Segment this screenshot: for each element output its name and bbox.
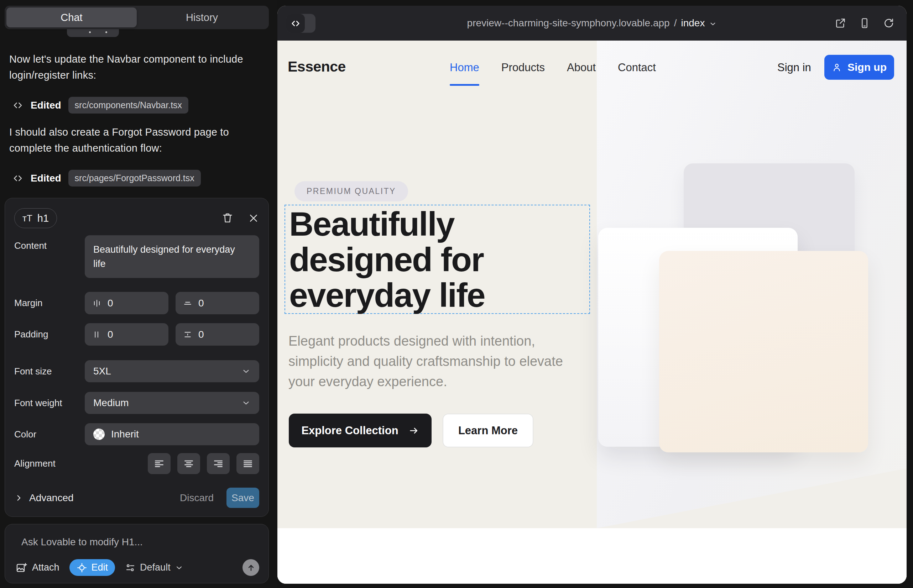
tab-chat[interactable]: Chat (6, 8, 137, 27)
learn-more-button[interactable]: Learn More (443, 414, 533, 447)
alignment-label: Alignment (14, 458, 85, 469)
align-justify-button[interactable] (236, 453, 259, 474)
site-preview: Essence Home Products About Contact Sign… (277, 40, 907, 584)
margin-label: Margin (14, 297, 85, 309)
chevron-down-icon (709, 20, 717, 28)
margin-horizontal-icon (92, 298, 102, 308)
font-weight-label: Font weight (14, 397, 85, 409)
chevron-down-icon (241, 367, 251, 376)
chat-messages: Now let's update the Navbar component to… (9, 51, 259, 197)
file-chip[interactable]: src/pages/ForgotPassword.tsx (68, 170, 201, 186)
lovable-sidebar: Chat History Now let's update the Navbar… (0, 0, 277, 588)
element-editor-panel: тT h1 Content Beautifully designed for e… (5, 198, 269, 517)
element-tag: h1 (37, 213, 49, 224)
align-left-button[interactable] (148, 453, 170, 474)
advanced-toggle[interactable]: Advanced (14, 492, 74, 504)
refresh-button[interactable] (883, 18, 895, 29)
edit-mode-button[interactable]: Edit (70, 559, 115, 576)
padding-label: Padding (14, 329, 85, 340)
chevron-down-icon (241, 398, 251, 407)
color-select[interactable]: Inherit (85, 423, 259, 445)
content-label: Content (14, 240, 85, 251)
arrow-up-icon (246, 563, 256, 572)
prompt-box: Ask Lovable to modify H1... Attach Edit … (5, 524, 269, 583)
user-icon (832, 62, 842, 72)
model-selector[interactable]: Default (125, 562, 183, 573)
padding-vertical-icon (183, 330, 193, 339)
margin-x-input[interactable]: 0 (85, 292, 168, 314)
font-size-label: Font size (14, 366, 85, 377)
send-button[interactable] (243, 559, 259, 576)
sliders-icon (125, 562, 136, 573)
sign-in-link[interactable]: Sign in (777, 61, 811, 74)
arrow-right-icon (408, 425, 419, 436)
font-size-select[interactable]: 5XL (85, 360, 259, 382)
delete-element-button[interactable] (222, 212, 233, 224)
hero-paragraph: Elegant products designed with intention… (288, 331, 584, 392)
scrolled-chip-remnant (67, 29, 119, 37)
prompt-input[interactable]: Ask Lovable to modify H1... (21, 536, 143, 548)
selected-element-pill[interactable]: тT h1 (14, 208, 57, 228)
hero-heading[interactable]: Beautifully designed for everyday life (289, 206, 485, 313)
edited-label: Edited (31, 173, 61, 184)
edited-label: Edited (31, 100, 61, 111)
padding-horizontal-icon (92, 330, 102, 339)
close-editor-button[interactable] (248, 213, 259, 224)
chat-message: Now let's update the Navbar component to… (9, 51, 259, 83)
chip-dots (89, 31, 91, 33)
nav-link-products[interactable]: Products (501, 61, 545, 74)
preview-url[interactable]: preview--charming-site-symphony.lovable.… (277, 6, 907, 40)
color-swatch (93, 428, 105, 440)
mobile-view-button[interactable] (859, 18, 870, 29)
font-weight-select[interactable]: Medium (85, 392, 259, 414)
hero-section: PREMIUM QUALITY Beautifully designed for… (277, 40, 907, 584)
url-page: index (681, 18, 705, 29)
sign-up-button[interactable]: Sign up (824, 55, 894, 80)
url-separator: / (674, 18, 677, 29)
file-chip[interactable]: src/components/Navbar.tsx (68, 97, 189, 113)
attach-button[interactable]: Attach (16, 562, 60, 573)
chevron-right-icon (14, 493, 24, 502)
preview-window: preview--charming-site-symphony.lovable.… (277, 6, 907, 584)
nav-link-home[interactable]: Home (450, 61, 479, 74)
code-icon (12, 173, 24, 184)
padding-y-input[interactable]: 0 (176, 323, 259, 346)
h1-selection-outline[interactable]: Beautifully designed for everyday life (285, 205, 590, 314)
content-input[interactable]: Beautifully designed for everyday life (85, 235, 259, 278)
edited-file-row[interactable]: Edited src/pages/ForgotPassword.tsx (12, 170, 259, 186)
home-active-underline (450, 84, 479, 86)
edited-file-row[interactable]: Edited src/components/Navbar.tsx (12, 97, 259, 113)
discard-button[interactable]: Discard (180, 492, 214, 504)
premium-quality-badge: PREMIUM QUALITY (295, 181, 408, 202)
nav-link-contact[interactable]: Contact (618, 61, 656, 74)
preview-toolbar: preview--charming-site-symphony.lovable.… (277, 6, 907, 40)
margin-vertical-icon (183, 298, 193, 308)
crosshair-icon (76, 562, 87, 573)
attach-image-icon (16, 562, 27, 573)
chevron-down-icon (175, 564, 183, 572)
sidebar-tabs: Chat History (5, 6, 269, 29)
open-in-new-tab-button[interactable] (835, 18, 846, 29)
padding-x-input[interactable]: 0 (85, 323, 168, 346)
code-icon (12, 100, 24, 111)
site-logo[interactable]: Essence (288, 58, 346, 75)
nav-link-about[interactable]: About (567, 61, 596, 74)
color-label: Color (14, 429, 85, 440)
save-button[interactable]: Save (227, 488, 259, 508)
margin-y-input[interactable]: 0 (176, 292, 259, 314)
tab-history[interactable]: History (137, 8, 267, 27)
site-navbar: Essence Home Products About Contact Sign… (277, 40, 907, 90)
url-domain: preview--charming-site-symphony.lovable.… (467, 18, 670, 29)
align-right-button[interactable] (207, 453, 230, 474)
align-center-button[interactable] (177, 453, 200, 474)
chat-message: I should also create a Forgot Password p… (9, 124, 259, 156)
typography-icon: тT (23, 213, 32, 224)
editor-header: тT h1 (14, 208, 259, 228)
explore-collection-button[interactable]: Explore Collection (289, 414, 432, 447)
